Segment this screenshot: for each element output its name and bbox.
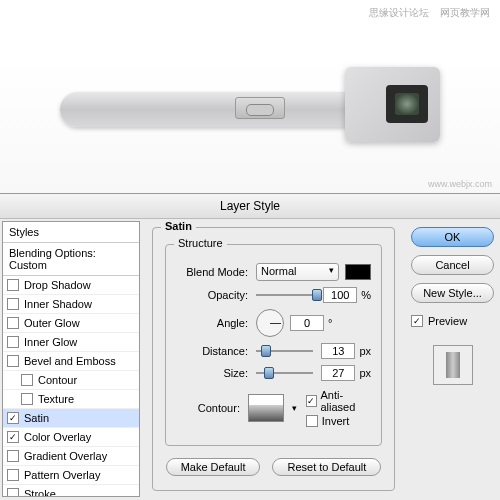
checkbox-icon — [21, 374, 33, 386]
preview-thumbnail — [433, 345, 473, 385]
contour-label: Contour: — [176, 402, 240, 414]
watermark-right: 网页教学网 — [440, 7, 490, 18]
style-item-color-overlay[interactable]: Color Overlay — [3, 428, 139, 447]
watermark-url: www.webjx.com — [428, 179, 492, 189]
satin-fieldset: Satin Structure Blend Mode: Normal Opaci… — [152, 227, 395, 491]
dialog-title: Layer Style — [0, 194, 500, 219]
camera-hotshoe — [235, 97, 285, 119]
structure-legend: Structure — [174, 237, 227, 249]
opacity-input[interactable] — [323, 287, 357, 303]
watermark-top: 思缘设计论坛 网页教学网 — [361, 6, 490, 20]
blending-options-row[interactable]: Blending Options: Custom — [3, 243, 139, 276]
watermark-left: 思缘设计论坛 — [369, 7, 429, 18]
style-item-label: Inner Glow — [24, 336, 77, 348]
opacity-row: Opacity: % — [176, 287, 371, 303]
checkbox-icon — [411, 315, 423, 327]
size-row: Size: px — [176, 365, 371, 381]
style-item-outer-glow[interactable]: Outer Glow — [3, 314, 139, 333]
style-item-label: Satin — [24, 412, 49, 424]
angle-label: Angle: — [176, 317, 248, 329]
viewfinder-glass — [395, 93, 419, 115]
new-style-button[interactable]: New Style... — [411, 283, 494, 303]
style-item-pattern-overlay[interactable]: Pattern Overlay — [3, 466, 139, 485]
default-buttons-row: Make Default Reset to Default — [165, 458, 382, 476]
style-item-label: Outer Glow — [24, 317, 80, 329]
contour-row: Contour: Anti-aliased Invert — [176, 387, 371, 429]
styles-list-panel: Styles Blending Options: Custom Drop Sha… — [2, 221, 140, 497]
preview-label: Preview — [428, 315, 467, 327]
size-input[interactable] — [321, 365, 355, 381]
cancel-button[interactable]: Cancel — [411, 255, 494, 275]
invert-label: Invert — [322, 415, 350, 427]
dialog-body: Styles Blending Options: Custom Drop Sha… — [0, 219, 500, 499]
style-item-stroke[interactable]: Stroke — [3, 485, 139, 497]
angle-row: Angle: ° — [176, 309, 371, 337]
camera-top-view — [60, 57, 440, 137]
ok-button[interactable]: OK — [411, 227, 494, 247]
anti-aliased-label: Anti-aliased — [321, 389, 372, 413]
reset-default-button[interactable]: Reset to Default — [272, 458, 381, 476]
checkbox-icon — [7, 469, 19, 481]
camera-illustration: 思缘设计论坛 网页教学网 www.webjx.com — [0, 0, 500, 193]
checkbox-icon — [7, 431, 19, 443]
dialog-buttons-panel: OK Cancel New Style... Preview — [405, 219, 500, 499]
checkbox-icon — [7, 488, 19, 497]
style-item-gradient-overlay[interactable]: Gradient Overlay — [3, 447, 139, 466]
angle-unit: ° — [328, 317, 332, 329]
blend-mode-row: Blend Mode: Normal — [176, 263, 371, 281]
size-slider[interactable] — [256, 372, 313, 374]
anti-aliased-check[interactable]: Anti-aliased — [306, 389, 371, 413]
layer-style-dialog: Layer Style Styles Blending Options: Cus… — [0, 193, 500, 500]
style-item-label: Texture — [38, 393, 74, 405]
distance-slider[interactable] — [256, 350, 313, 352]
style-item-contour[interactable]: Contour — [3, 371, 139, 390]
style-item-label: Color Overlay — [24, 431, 91, 443]
checkbox-icon — [7, 317, 19, 329]
contour-options: Anti-aliased Invert — [306, 387, 371, 429]
make-default-button[interactable]: Make Default — [166, 458, 261, 476]
distance-input[interactable] — [321, 343, 355, 359]
structure-fieldset: Structure Blend Mode: Normal Opacity: % — [165, 244, 382, 446]
viewfinder-frame — [386, 85, 428, 123]
checkbox-icon — [7, 412, 19, 424]
preview-check[interactable]: Preview — [411, 315, 494, 327]
satin-legend: Satin — [161, 220, 196, 232]
style-item-inner-glow[interactable]: Inner Glow — [3, 333, 139, 352]
blend-mode-select[interactable]: Normal — [256, 263, 339, 281]
opacity-unit: % — [361, 289, 371, 301]
style-item-label: Contour — [38, 374, 77, 386]
camera-viewfinder-housing — [345, 67, 440, 142]
size-unit: px — [359, 367, 371, 379]
style-item-label: Stroke — [24, 488, 56, 497]
checkbox-icon — [7, 355, 19, 367]
preview-swatch — [446, 352, 460, 378]
blend-mode-label: Blend Mode: — [176, 266, 248, 278]
checkbox-icon — [21, 393, 33, 405]
style-item-label: Bevel and Emboss — [24, 355, 116, 367]
style-item-bevel-and-emboss[interactable]: Bevel and Emboss — [3, 352, 139, 371]
angle-dial[interactable] — [256, 309, 284, 337]
style-item-inner-shadow[interactable]: Inner Shadow — [3, 295, 139, 314]
style-item-satin[interactable]: Satin — [3, 409, 139, 428]
angle-input[interactable] — [290, 315, 324, 331]
checkbox-icon — [7, 279, 19, 291]
style-item-texture[interactable]: Texture — [3, 390, 139, 409]
camera-body — [60, 92, 350, 127]
opacity-slider[interactable] — [256, 294, 315, 296]
style-item-label: Pattern Overlay — [24, 469, 100, 481]
distance-row: Distance: px — [176, 343, 371, 359]
style-item-drop-shadow[interactable]: Drop Shadow — [3, 276, 139, 295]
contour-picker[interactable] — [248, 394, 284, 422]
size-label: Size: — [176, 367, 248, 379]
checkbox-icon — [306, 415, 318, 427]
checkbox-icon — [306, 395, 317, 407]
style-item-label: Drop Shadow — [24, 279, 91, 291]
satin-settings-panel: Satin Structure Blend Mode: Normal Opaci… — [142, 219, 405, 499]
styles-header[interactable]: Styles — [3, 222, 139, 243]
style-item-label: Gradient Overlay — [24, 450, 107, 462]
checkbox-icon — [7, 298, 19, 310]
invert-check[interactable]: Invert — [306, 415, 371, 427]
checkbox-icon — [7, 336, 19, 348]
style-item-label: Inner Shadow — [24, 298, 92, 310]
blend-color-swatch[interactable] — [345, 264, 371, 280]
